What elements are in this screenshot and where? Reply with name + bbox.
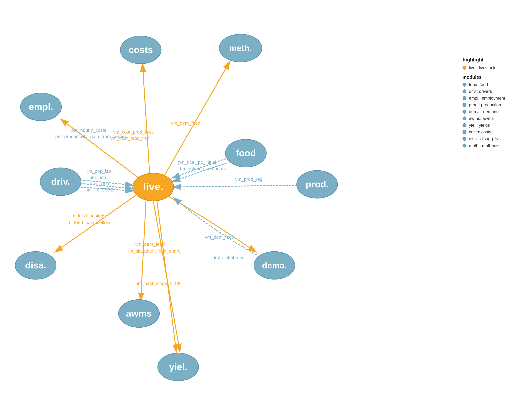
legend-label-food: food: food bbox=[469, 82, 488, 87]
node-yiel-label: yiel. bbox=[169, 361, 187, 372]
edge-live-dema bbox=[167, 196, 256, 252]
legend-dot-awms bbox=[462, 116, 466, 120]
node-costs-label: costs bbox=[129, 44, 153, 55]
node-disa-label: disa. bbox=[25, 260, 46, 270]
label-im-feed-baskets: im_feed_baskets bbox=[70, 213, 106, 218]
legend-item-driv: driv.: drivers bbox=[462, 89, 523, 94]
legend-dot-prod bbox=[462, 103, 466, 107]
legend-item-meth: meth.: methane bbox=[462, 143, 523, 148]
label-pm-productivity: pm_productivity_gain_from_wages bbox=[55, 134, 127, 139]
legend-item-awms: awms: awms bbox=[462, 116, 523, 121]
legend-item-costs: costs: costs bbox=[462, 129, 523, 134]
label-fm-feed-balanceflow: fm_feed_balanceflow bbox=[66, 220, 110, 225]
legend-modules-title: modules bbox=[462, 75, 523, 80]
legend-highlight-item: live.: livestock bbox=[462, 65, 523, 70]
legend-label-meth: meth.: methane bbox=[469, 143, 499, 148]
label-pm-kcal: pm_kcal_pc_initial bbox=[178, 160, 216, 165]
legend-label-empl: empl.: employment bbox=[469, 96, 505, 101]
label-vm-dem-feed-meth: vm_dem_feed bbox=[171, 120, 200, 126]
legend-item-dema: dema.: demand bbox=[462, 109, 523, 114]
label-im-slaughter: im_slaughter_feed_share bbox=[128, 248, 180, 254]
node-live-label: live. bbox=[143, 181, 163, 192]
edge-live-yiel2 bbox=[153, 200, 180, 352]
legend-dot-meth bbox=[462, 144, 466, 147]
label-vm-dem-feed-lower: vm_dem_feed bbox=[135, 241, 165, 247]
edge-prod-live bbox=[173, 185, 298, 187]
legend-item-empl: empl.: employment bbox=[462, 96, 523, 101]
label-im-pop-iso: im_pop_iso bbox=[87, 169, 111, 174]
legend-label-prod: prod.: production bbox=[469, 102, 501, 108]
legend-dot-dema bbox=[462, 110, 466, 114]
legend-label-driv: driv.: drivers bbox=[469, 89, 492, 94]
legend-dot-costs bbox=[462, 130, 466, 134]
legend-dot-food bbox=[462, 83, 466, 87]
label-frutc: frutc_attributes bbox=[214, 255, 244, 260]
legend-label-awms: awms: awms bbox=[469, 116, 494, 121]
edge-live-costs bbox=[143, 64, 150, 174]
label-pm-past: pm_past_mngmnt_frtc bbox=[135, 281, 182, 286]
legend-dot-yiel bbox=[462, 123, 466, 127]
label-im-pop: im_pop bbox=[91, 175, 106, 180]
node-awms-label: awms bbox=[126, 308, 152, 318]
legend-highlight-title: highlight bbox=[462, 57, 523, 63]
legend-label-dema: dema.: demand bbox=[469, 109, 499, 114]
legend-item-food: food: food bbox=[462, 82, 523, 87]
label-vm-dem-feed-dema: vm_dem_feed bbox=[205, 234, 234, 240]
legend-dot-orange bbox=[462, 66, 466, 70]
legend-label-yiel: yiel.: yields bbox=[469, 123, 490, 128]
label-fm-nutrition: fm_nutrition_attributes bbox=[180, 166, 226, 171]
legend-item-prod: prod.: production bbox=[462, 102, 523, 108]
label-sm-fix-ssp2: sm_fix_SSP2 bbox=[86, 187, 113, 193]
legend-highlight-label: live.: livestock bbox=[469, 65, 495, 70]
legend-item-disa: disa.: disagg_lvst bbox=[462, 136, 523, 141]
label-p-pc-ppp: p_pc_ppp bbox=[89, 181, 109, 186]
label-vm-prod-reg: vm_prod_reg bbox=[235, 177, 262, 182]
graph-container: vm_cost_prod_livst vm_cost_prod_fish pm_… bbox=[0, 0, 445, 399]
edge-dema-live bbox=[174, 198, 257, 255]
node-empl-label: empl. bbox=[29, 101, 53, 112]
node-prod-label: prod. bbox=[305, 179, 329, 189]
legend-dot-disa bbox=[462, 137, 466, 141]
legend-dot-empl bbox=[462, 96, 466, 100]
legend-label-costs: costs: costs bbox=[469, 129, 491, 134]
legend-label-disa: disa.: disagg_lvst bbox=[469, 136, 502, 141]
edge-live-meth bbox=[164, 62, 230, 176]
legend-dot-driv bbox=[462, 89, 466, 93]
label-pm-hourly-costs: pm_hourly_costs bbox=[71, 127, 106, 133]
legend-panel: highlight live.: livestock modules food:… bbox=[462, 57, 523, 150]
node-driv-label: driv. bbox=[51, 176, 70, 187]
node-food-label: food bbox=[236, 148, 256, 158]
node-meth-label: meth. bbox=[229, 44, 252, 53]
legend-item-yiel: yiel.: yields bbox=[462, 123, 523, 128]
node-dema-label: dema. bbox=[262, 261, 287, 270]
